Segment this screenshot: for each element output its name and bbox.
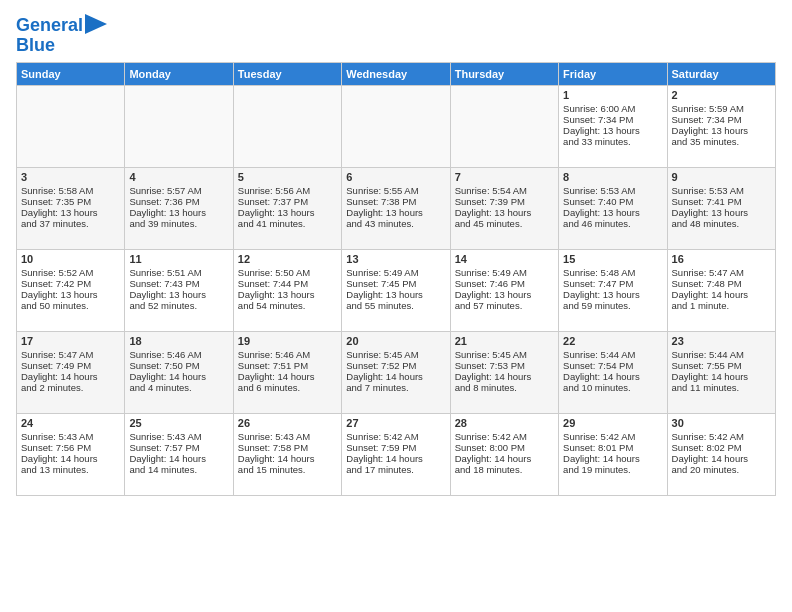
day-info: Sunset: 7:40 PM	[563, 196, 662, 207]
day-info: Sunrise: 5:47 AM	[21, 349, 120, 360]
day-info: Sunrise: 5:42 AM	[672, 431, 771, 442]
day-cell: 19Sunrise: 5:46 AMSunset: 7:51 PMDayligh…	[233, 331, 341, 413]
day-info: Sunset: 7:52 PM	[346, 360, 445, 371]
day-info: Sunrise: 5:45 AM	[455, 349, 554, 360]
day-info: Daylight: 13 hours	[238, 207, 337, 218]
day-info: and 57 minutes.	[455, 300, 554, 311]
day-info: Sunrise: 5:56 AM	[238, 185, 337, 196]
day-cell: 26Sunrise: 5:43 AMSunset: 7:58 PMDayligh…	[233, 413, 341, 495]
day-cell: 29Sunrise: 5:42 AMSunset: 8:01 PMDayligh…	[559, 413, 667, 495]
day-info: Sunrise: 5:49 AM	[346, 267, 445, 278]
page: General Blue SundayMondayTuesdayWednesda…	[0, 0, 792, 612]
day-info: Sunrise: 5:49 AM	[455, 267, 554, 278]
day-number: 2	[672, 89, 771, 101]
day-info: and 6 minutes.	[238, 382, 337, 393]
header-friday: Friday	[559, 62, 667, 85]
header-tuesday: Tuesday	[233, 62, 341, 85]
header-sunday: Sunday	[17, 62, 125, 85]
day-info: and 11 minutes.	[672, 382, 771, 393]
day-number: 17	[21, 335, 120, 347]
week-row-1: 1Sunrise: 6:00 AMSunset: 7:34 PMDaylight…	[17, 85, 776, 167]
day-info: and 54 minutes.	[238, 300, 337, 311]
day-info: and 59 minutes.	[563, 300, 662, 311]
day-info: and 13 minutes.	[21, 464, 120, 475]
day-info: Sunrise: 5:48 AM	[563, 267, 662, 278]
day-info: Sunset: 7:38 PM	[346, 196, 445, 207]
day-cell: 15Sunrise: 5:48 AMSunset: 7:47 PMDayligh…	[559, 249, 667, 331]
day-info: Sunset: 7:53 PM	[455, 360, 554, 371]
day-cell	[450, 85, 558, 167]
day-info: Daylight: 14 hours	[672, 453, 771, 464]
day-cell: 8Sunrise: 5:53 AMSunset: 7:40 PMDaylight…	[559, 167, 667, 249]
day-info: Daylight: 13 hours	[129, 207, 228, 218]
day-info: Daylight: 13 hours	[672, 207, 771, 218]
day-cell: 1Sunrise: 6:00 AMSunset: 7:34 PMDaylight…	[559, 85, 667, 167]
day-cell: 6Sunrise: 5:55 AMSunset: 7:38 PMDaylight…	[342, 167, 450, 249]
day-info: Daylight: 13 hours	[21, 289, 120, 300]
day-info: Sunset: 7:57 PM	[129, 442, 228, 453]
day-info: Daylight: 13 hours	[563, 125, 662, 136]
day-info: Daylight: 14 hours	[129, 453, 228, 464]
day-info: Sunset: 7:36 PM	[129, 196, 228, 207]
day-number: 28	[455, 417, 554, 429]
day-info: Sunset: 7:55 PM	[672, 360, 771, 371]
header-monday: Monday	[125, 62, 233, 85]
day-info: Sunrise: 5:42 AM	[346, 431, 445, 442]
day-info: Sunset: 7:47 PM	[563, 278, 662, 289]
day-info: Sunrise: 5:53 AM	[563, 185, 662, 196]
day-info: Daylight: 14 hours	[21, 453, 120, 464]
day-info: Sunset: 7:56 PM	[21, 442, 120, 453]
day-info: and 43 minutes.	[346, 218, 445, 229]
day-number: 25	[129, 417, 228, 429]
day-number: 8	[563, 171, 662, 183]
day-info: Sunrise: 5:50 AM	[238, 267, 337, 278]
day-info: Sunrise: 5:53 AM	[672, 185, 771, 196]
day-number: 3	[21, 171, 120, 183]
day-number: 4	[129, 171, 228, 183]
day-info: Sunset: 7:59 PM	[346, 442, 445, 453]
day-info: Daylight: 14 hours	[238, 453, 337, 464]
day-info: Daylight: 13 hours	[346, 289, 445, 300]
day-cell: 22Sunrise: 5:44 AMSunset: 7:54 PMDayligh…	[559, 331, 667, 413]
day-info: Daylight: 13 hours	[563, 207, 662, 218]
day-number: 23	[672, 335, 771, 347]
day-number: 7	[455, 171, 554, 183]
day-info: Sunset: 7:48 PM	[672, 278, 771, 289]
day-info: Sunrise: 5:45 AM	[346, 349, 445, 360]
day-number: 10	[21, 253, 120, 265]
day-info: Sunrise: 5:43 AM	[21, 431, 120, 442]
day-number: 6	[346, 171, 445, 183]
day-info: Sunrise: 5:44 AM	[563, 349, 662, 360]
day-info: and 17 minutes.	[346, 464, 445, 475]
day-info: Daylight: 13 hours	[346, 207, 445, 218]
day-cell: 25Sunrise: 5:43 AMSunset: 7:57 PMDayligh…	[125, 413, 233, 495]
day-info: and 1 minute.	[672, 300, 771, 311]
week-row-4: 17Sunrise: 5:47 AMSunset: 7:49 PMDayligh…	[17, 331, 776, 413]
day-info: Sunrise: 5:52 AM	[21, 267, 120, 278]
day-cell: 16Sunrise: 5:47 AMSunset: 7:48 PMDayligh…	[667, 249, 775, 331]
day-info: Sunset: 7:45 PM	[346, 278, 445, 289]
day-info: Sunrise: 5:43 AM	[129, 431, 228, 442]
day-info: Sunset: 7:41 PM	[672, 196, 771, 207]
day-info: Sunset: 7:50 PM	[129, 360, 228, 371]
day-info: Daylight: 14 hours	[455, 371, 554, 382]
day-cell: 17Sunrise: 5:47 AMSunset: 7:49 PMDayligh…	[17, 331, 125, 413]
day-info: and 50 minutes.	[21, 300, 120, 311]
day-info: Daylight: 14 hours	[672, 371, 771, 382]
day-number: 14	[455, 253, 554, 265]
day-info: Sunset: 7:54 PM	[563, 360, 662, 371]
day-number: 12	[238, 253, 337, 265]
day-cell: 2Sunrise: 5:59 AMSunset: 7:34 PMDaylight…	[667, 85, 775, 167]
week-row-2: 3Sunrise: 5:58 AMSunset: 7:35 PMDaylight…	[17, 167, 776, 249]
logo-arrow-icon	[85, 14, 107, 34]
day-cell: 20Sunrise: 5:45 AMSunset: 7:52 PMDayligh…	[342, 331, 450, 413]
day-info: and 35 minutes.	[672, 136, 771, 147]
day-info: and 52 minutes.	[129, 300, 228, 311]
day-info: Sunrise: 5:51 AM	[129, 267, 228, 278]
header-thursday: Thursday	[450, 62, 558, 85]
header-saturday: Saturday	[667, 62, 775, 85]
day-number: 16	[672, 253, 771, 265]
day-info: and 19 minutes.	[563, 464, 662, 475]
week-row-5: 24Sunrise: 5:43 AMSunset: 7:56 PMDayligh…	[17, 413, 776, 495]
day-cell: 14Sunrise: 5:49 AMSunset: 7:46 PMDayligh…	[450, 249, 558, 331]
